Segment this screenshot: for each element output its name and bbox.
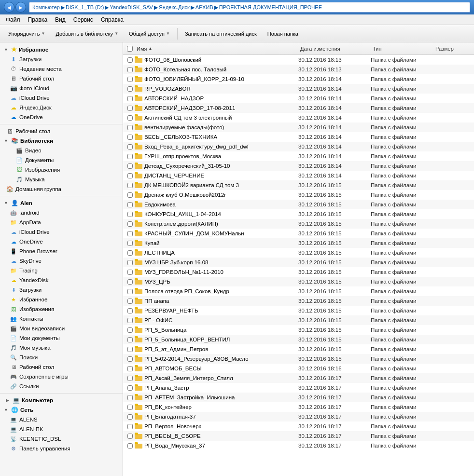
file-name[interactable]: ФОТО_ЮБИЛЕЙНЫЙ_КОРР_21-09-10 <box>135 76 298 82</box>
sidebar-item-fav-4[interactable]: ☁ iCloud Drive <box>0 93 123 103</box>
file-row[interactable]: ЛЕСТНИЦА 30.12.2016 18:15 Папка с файлам… <box>123 248 474 258</box>
file-row[interactable]: RP_VODOZABOR 30.12.2016 18:14 Папка с фа… <box>123 84 474 94</box>
breadcrumb-item[interactable]: АРХИВ <box>195 4 213 10</box>
col-header-name[interactable]: Имя ▲ <box>135 46 298 52</box>
file-name[interactable]: ЛЕСТНИЦА <box>135 249 298 256</box>
file-row[interactable]: вентилируемые фасады(фото) 30.12.2016 18… <box>123 122 474 132</box>
file-name[interactable]: АВТОРСКИЙ_НАДЗОР <box>135 95 298 102</box>
row-checkbox[interactable] <box>125 202 135 207</box>
row-checkbox[interactable] <box>125 308 135 313</box>
file-name[interactable]: Евдокимова <box>135 201 298 208</box>
file-name[interactable]: КОНКУРСЫ_АУКЦ_1-04-2014 <box>135 211 298 218</box>
file-row[interactable]: ФОТО_08_Шоловский 30.12.2016 18:13 Папка… <box>123 55 474 65</box>
file-name[interactable]: РП_5_эт_Админ_Петров <box>135 346 298 353</box>
menu-item[interactable]: Сервис <box>70 15 97 24</box>
breadcrumb-item[interactable]: YandexDISK_SAV <box>110 4 153 10</box>
file-row[interactable]: МУЗ ЦБР Зуб.корп 16.08 30.12.2016 18:15 … <box>123 258 474 267</box>
col-header-size[interactable]: Размер <box>433 46 472 52</box>
file-row[interactable]: РП_Вода_Миусская_37 30.12.2016 18:17 Пап… <box>123 441 474 450</box>
row-checkbox[interactable] <box>125 376 135 381</box>
sidebar-alen-item-9[interactable]: ★ Избранное <box>0 295 123 304</box>
file-row[interactable]: ДИСТАНЦ_ЧЕРЧЕНИЕ 30.12.2016 18:14 Папка … <box>123 171 474 180</box>
row-checkbox[interactable] <box>125 366 135 371</box>
file-name[interactable]: Констр.элем.дороги(КАЛИН) <box>135 220 298 227</box>
sidebar-alen-item-0[interactable]: 🤖 .android <box>0 208 123 218</box>
file-row[interactable]: ФОТО_ЮБИЛЕЙНЫЙ_КОРР_21-09-10 30.12.2016 … <box>123 74 474 84</box>
file-row[interactable]: РП_Вертол_Новочерк 30.12.2016 18:17 Папк… <box>123 422 474 431</box>
file-row[interactable]: РП_ВЕСЫ_В_СБОРЕ 30.12.2016 18:17 Папка с… <box>123 431 474 441</box>
file-name[interactable]: Полоса отвода РП_Соков_Кундр <box>135 288 298 295</box>
breadcrumb-item[interactable]: Компьютер <box>32 4 60 10</box>
file-row[interactable]: АВТОРСКИЙ_НАДЗОР_17-08-2011 30.12.2016 1… <box>123 103 474 113</box>
file-name[interactable]: РП_Вода_Миусская_37 <box>135 442 298 449</box>
row-checkbox[interactable] <box>125 443 135 449</box>
sidebar-alen-item-12[interactable]: 🎬 Мои видеозаписи <box>0 324 123 333</box>
file-name[interactable]: РП_Вертол_Новочерк <box>135 423 298 430</box>
toolbar-btn[interactable]: Новая папка <box>263 28 303 39</box>
sidebar-alen-item-5[interactable]: ☁ SkyDrive <box>0 256 123 266</box>
sidebar-alen-item-7[interactable]: ☁ YandexDisk <box>0 275 123 285</box>
file-name[interactable]: МУЗ ЦБР Зуб.корп 16.08 <box>135 259 298 266</box>
sidebar-alen-item-4[interactable]: 📱 Phone Browser <box>0 246 123 256</box>
row-checkbox[interactable] <box>125 67 135 72</box>
sidebar-alen-header[interactable]: ▼ 👤 Alen <box>0 198 123 208</box>
file-row[interactable]: РГ - ОФИС 30.12.2016 18:15 Папка с файла… <box>123 315 474 325</box>
menu-item[interactable]: Правка <box>24 15 52 24</box>
row-checkbox[interactable] <box>125 231 135 236</box>
file-name[interactable]: Дренаж клуб О.Мешковой2012г <box>135 191 298 198</box>
sidebar-lib-Видео[interactable]: 🎬 Видео <box>0 146 123 155</box>
row-checkbox[interactable] <box>125 106 135 111</box>
row-checkbox[interactable] <box>125 163 135 169</box>
row-checkbox[interactable] <box>125 347 135 352</box>
sidebar-alen-item-14[interactable]: 🎵 Моя музыка <box>0 343 123 353</box>
sidebar-alen-item-8[interactable]: ⬇ Загрузки <box>0 285 123 295</box>
menu-item[interactable]: Вид <box>51 15 70 24</box>
forward-button[interactable]: ▶ <box>15 2 26 13</box>
file-name[interactable]: ГУРШ_отпр.проектов_Москва <box>135 153 298 160</box>
sidebar-alen-item-15[interactable]: 🔍 Поиски <box>0 353 123 362</box>
row-checkbox[interactable] <box>125 289 135 294</box>
row-checkbox[interactable] <box>125 86 135 92</box>
row-checkbox[interactable] <box>125 221 135 227</box>
breadcrumb-item[interactable]: DISK_1_TB (D:) <box>66 4 104 10</box>
file-name[interactable]: РП_БК_контейнер <box>135 404 298 410</box>
toolbar-btn[interactable]: Упорядочить ▼ <box>4 28 49 39</box>
file-row[interactable]: Полоса отвода РП_Соков_Кундр 30.12.2016 … <box>123 286 474 296</box>
row-checkbox[interactable] <box>125 144 135 150</box>
row-checkbox[interactable] <box>125 125 135 130</box>
toolbar-btn[interactable]: Добавить в библиотеку ▼ <box>51 28 123 39</box>
row-checkbox[interactable] <box>125 414 135 420</box>
file-row[interactable]: РП_5_Больница_КОРР_ВЕНТИЛ 30.12.2016 18:… <box>123 335 474 344</box>
sidebar-alen-item-11[interactable]: 👥 Контакты <box>0 314 123 324</box>
file-name[interactable]: АВТОРСКИЙ_НАДЗОР_17-08-2011 <box>135 105 298 111</box>
row-checkbox[interactable] <box>125 395 135 400</box>
sidebar-item-fav-5[interactable]: ☁ Яндекс.Диск <box>0 103 123 112</box>
col-header-type[interactable]: Тип <box>371 46 433 52</box>
file-name[interactable]: РП_АВТОМОБ_ВЕСЫ <box>135 365 298 372</box>
address-bar[interactable]: Компьютер▶DISK_1_TB (D:)▶YandexDISK_SAV▶… <box>29 2 470 13</box>
sidebar-net-item-0[interactable]: 💻 ALENS <box>0 415 123 424</box>
file-name[interactable]: РЕЗЕРВУАР_НЕФТЬ <box>135 307 298 314</box>
back-button[interactable]: ◀ <box>4 2 14 13</box>
file-name[interactable]: РГ - ОФИС <box>135 317 298 324</box>
sidebar-item-fav-2[interactable]: 🖥 Рабочий стол <box>0 74 123 83</box>
row-checkbox[interactable] <box>125 173 135 178</box>
sidebar-alen-item-10[interactable]: 🖼 Изображения <box>0 304 123 314</box>
file-row[interactable]: РП_БК_контейнер 30.12.2016 18:17 Папка с… <box>123 402 474 412</box>
file-row[interactable]: ДК МЕШКОВОЙ2 варианта СД том 3 30.12.201… <box>123 180 474 190</box>
row-checkbox[interactable] <box>125 424 135 429</box>
file-name[interactable]: Купай <box>135 240 298 246</box>
row-checkbox[interactable] <box>125 212 135 217</box>
row-checkbox[interactable] <box>125 318 135 323</box>
file-name[interactable]: МУЗ_ЦРБ <box>135 278 298 285</box>
file-row[interactable]: РЕЗЕРВУАР_НЕФТЬ 30.12.2016 18:15 Папка с… <box>123 306 474 315</box>
file-name[interactable]: ПП анапа <box>135 298 298 304</box>
file-row[interactable]: РП_АВТОМОБ_ВЕСЫ 30.12.2016 18:16 Папка с… <box>123 364 474 373</box>
sidebar-item-desktop[interactable]: 🖥 Рабочий стол <box>0 126 123 136</box>
file-name[interactable]: ВЕСЫ_СЕЛЬХОЗ-ТЕХНИКА <box>135 134 298 140</box>
sidebar-item-fav-0[interactable]: ⬇ Загрузки <box>0 54 123 64</box>
file-name[interactable]: вентилируемые фасады(фото) <box>135 124 298 131</box>
row-checkbox[interactable] <box>125 385 135 391</box>
file-row[interactable]: Евдокимова 30.12.2016 18:15 Папка с файл… <box>123 200 474 209</box>
file-row[interactable]: РП_Благодатная-37 30.12.2016 18:17 Папка… <box>123 412 474 422</box>
